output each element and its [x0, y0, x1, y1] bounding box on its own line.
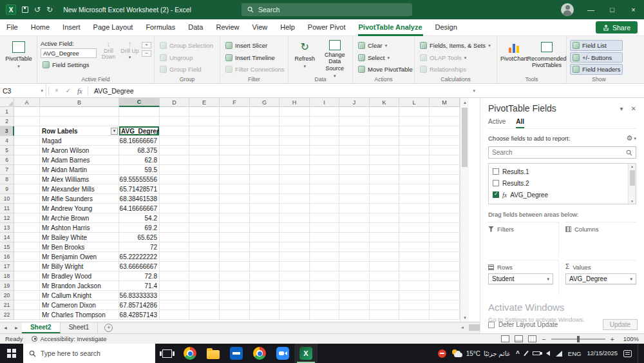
cell-J12[interactable]	[339, 213, 370, 223]
cell-L2[interactable]	[399, 117, 430, 126]
fields-search-input[interactable]: Search	[488, 146, 636, 159]
cell-E8[interactable]	[189, 175, 220, 184]
cell-D15[interactable]	[160, 242, 189, 252]
cell-A5[interactable]	[14, 146, 40, 155]
cell-E20[interactable]	[189, 291, 220, 300]
cell-E1[interactable]	[189, 107, 220, 117]
cell-C8[interactable]: 69.55555556	[119, 175, 160, 184]
cell-C2[interactable]	[119, 117, 160, 126]
cell-D17[interactable]	[160, 262, 189, 271]
tab-power-pivot[interactable]: Power Pivot	[301, 19, 352, 36]
column-header-j[interactable]: J	[339, 98, 370, 107]
cell-F1[interactable]	[220, 107, 250, 117]
accessibility-status[interactable]: Accessibility: Investigate	[32, 335, 106, 342]
sheet-tab-sheet2[interactable]: Sheet2	[22, 322, 61, 333]
cell-H9[interactable]	[279, 184, 310, 194]
cell-E12[interactable]	[189, 213, 220, 223]
file-explorer-button[interactable]	[202, 344, 225, 363]
cell-F18[interactable]	[220, 271, 250, 281]
zoom-in-icon[interactable]: +	[611, 335, 614, 343]
cell-F2[interactable]	[220, 117, 250, 126]
cell-B9[interactable]: Mr Alexander Mills	[40, 184, 119, 194]
cell-D22[interactable]	[160, 310, 189, 320]
cell-C9[interactable]: 65.71428571	[119, 184, 160, 194]
cell-D10[interactable]	[160, 194, 189, 204]
cell-A15[interactable]	[14, 242, 40, 252]
fields-tab-active[interactable]: Active	[488, 118, 506, 128]
cell-E11[interactable]	[189, 204, 220, 213]
cell-G6[interactable]	[250, 155, 279, 165]
fields-items-sets-button[interactable]: Fields, Items, & Sets▾	[418, 40, 493, 51]
insert-function-icon[interactable]: fx	[74, 87, 86, 95]
cell-G3[interactable]	[250, 126, 279, 136]
cell-H8[interactable]	[279, 175, 310, 184]
cell-I22[interactable]	[310, 310, 339, 320]
tab-review[interactable]: Review	[209, 19, 245, 36]
clock-date[interactable]: 12/15/2025	[587, 350, 618, 357]
browser-app-button[interactable]	[178, 344, 202, 363]
cell-G10[interactable]	[250, 194, 279, 204]
cell-M4[interactable]	[430, 136, 460, 146]
cell-A19[interactable]	[14, 281, 40, 291]
title-search-input[interactable]: Search	[242, 3, 412, 16]
cell-D5[interactable]	[160, 146, 189, 155]
cell-G2[interactable]	[250, 117, 279, 126]
cell-L8[interactable]	[399, 175, 430, 184]
cell-D7[interactable]	[160, 165, 189, 175]
cell-I20[interactable]	[310, 291, 339, 300]
cell-M16[interactable]	[430, 252, 460, 262]
cell-G18[interactable]	[250, 271, 279, 281]
tray-pen-icon[interactable]	[524, 351, 529, 357]
page-break-view-icon[interactable]	[528, 335, 536, 342]
excel-app-button[interactable]: X	[294, 344, 317, 363]
cell-I3[interactable]	[310, 126, 339, 136]
cell-K4[interactable]	[370, 136, 399, 146]
zoom-slider-thumb[interactable]	[577, 336, 580, 342]
row-header-6[interactable]: 6	[0, 155, 14, 165]
share-button[interactable]: Share	[596, 21, 638, 34]
cell-H22[interactable]	[279, 310, 310, 320]
column-header-b[interactable]: B	[40, 98, 119, 107]
cell-A18[interactable]	[14, 271, 40, 281]
cell-I4[interactable]	[310, 136, 339, 146]
cell-J5[interactable]	[339, 146, 370, 155]
cell-I9[interactable]	[310, 184, 339, 194]
values-area-well[interactable]: AVG_Degree▾	[565, 271, 636, 295]
cell-B2[interactable]	[40, 117, 119, 126]
cell-C21[interactable]: 67.85714286	[119, 300, 160, 310]
cell-A6[interactable]	[14, 155, 40, 165]
refresh-button[interactable]: ↻ Refresh ▾	[292, 38, 318, 75]
cell-I2[interactable]	[310, 117, 339, 126]
tab-help[interactable]: Help	[274, 19, 301, 36]
cell-A8[interactable]	[14, 175, 40, 184]
cell-K1[interactable]	[370, 107, 399, 117]
row-header-17[interactable]: 17	[0, 262, 14, 271]
cell-D19[interactable]	[160, 281, 189, 291]
cell-D9[interactable]	[160, 184, 189, 194]
cell-I21[interactable]	[310, 300, 339, 310]
cell-G16[interactable]	[250, 252, 279, 262]
cell-L1[interactable]	[399, 107, 430, 117]
cell-A22[interactable]	[14, 310, 40, 320]
account-avatar[interactable]	[561, 3, 574, 16]
cell-D6[interactable]	[160, 155, 189, 165]
field-list-button[interactable]: Field List	[570, 40, 623, 51]
insert-timeline-button[interactable]: Insert Timeline	[223, 52, 287, 63]
cell-E7[interactable]	[189, 165, 220, 175]
cell-D12[interactable]	[160, 213, 189, 223]
cell-K16[interactable]	[370, 252, 399, 262]
sheet-nav-left-icon[interactable]: ◄	[0, 326, 11, 330]
name-box[interactable]: C3 ▾	[0, 84, 46, 98]
select-all-corner[interactable]	[0, 98, 14, 107]
zoom-slider[interactable]	[551, 338, 605, 340]
tray-expand-icon[interactable]: ^	[516, 350, 520, 357]
cell-L11[interactable]	[399, 204, 430, 213]
insert-slicer-button[interactable]: Insert Slicer	[223, 40, 287, 51]
cell-J10[interactable]	[339, 194, 370, 204]
cell-D13[interactable]	[160, 223, 189, 233]
cell-A1[interactable]	[14, 107, 40, 117]
cell-G4[interactable]	[250, 136, 279, 146]
cell-M6[interactable]	[430, 155, 460, 165]
cell-L19[interactable]	[399, 281, 430, 291]
language-indicator[interactable]: ENG	[568, 350, 582, 357]
